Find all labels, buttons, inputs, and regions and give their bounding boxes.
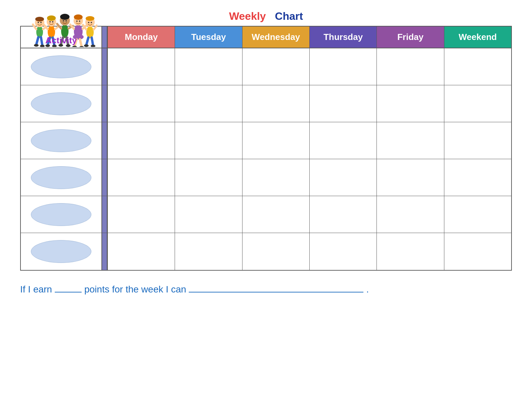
data-cell-3-thu	[309, 122, 376, 159]
svg-point-2	[35, 17, 44, 21]
data-cell-3-fri	[376, 122, 444, 159]
activity-oval-4	[31, 166, 91, 189]
footer-sentence: If I earn points for the week I can .	[20, 284, 512, 295]
activity-label: Activity	[45, 35, 77, 46]
header-wednesday: Wednesday	[242, 27, 309, 48]
svg-point-55	[91, 22, 92, 23]
data-cell-3-wknd	[444, 122, 511, 159]
svg-point-31	[63, 20, 64, 21]
data-cell-3-wed	[242, 122, 309, 159]
data-cell-4-thu	[309, 159, 376, 196]
header-friday: Friday	[376, 27, 444, 48]
activity-cell-1	[21, 48, 101, 85]
title-area: Weekly Chart	[20, 10, 512, 22]
svg-point-36	[74, 14, 83, 20]
activity-cell-2	[21, 85, 101, 122]
data-cell-2-wknd	[444, 85, 511, 122]
table-row	[21, 85, 511, 122]
footer-dot: .	[366, 284, 369, 295]
activity-oval-1	[31, 55, 91, 78]
data-cell-5-wknd	[444, 196, 511, 233]
chart-header: Activity Monday Tuesday Wednesday Thursd…	[21, 27, 511, 48]
data-cell-6-fri	[376, 233, 444, 270]
header-monday: Monday	[107, 27, 175, 48]
activity-cell-4	[21, 159, 101, 196]
data-cell-5-mon	[107, 196, 175, 233]
page-title: Weekly Chart	[229, 10, 303, 22]
data-cell-4-tue	[175, 159, 242, 196]
separator-header	[101, 27, 107, 48]
data-cell-3-mon	[107, 122, 175, 159]
data-cell-6-tue	[175, 233, 242, 270]
header-thursday: Thursday	[309, 27, 376, 48]
data-cell-6-wed	[242, 233, 309, 270]
activity-header-cell: Activity	[21, 27, 101, 48]
activity-oval-6	[31, 240, 91, 263]
svg-point-54	[88, 22, 89, 23]
data-cell-1-tue	[175, 48, 242, 85]
data-cell-5-tue	[175, 196, 242, 233]
activity-cell-5	[21, 196, 101, 233]
data-cell-6-thu	[309, 233, 376, 270]
svg-point-20	[49, 21, 51, 22]
data-cell-2-fri	[376, 85, 444, 122]
data-cell-6-mon	[107, 233, 175, 270]
footer-blank-points[interactable]	[55, 292, 82, 292]
footer-text-1: If I earn	[20, 284, 52, 295]
weekly-chart: Activity Monday Tuesday Wednesday Thursd…	[20, 26, 512, 271]
svg-point-32	[65, 20, 67, 21]
svg-point-24	[60, 14, 70, 20]
separator-row-1	[101, 48, 107, 85]
data-cell-1-thu	[309, 48, 376, 85]
activity-oval-2	[31, 92, 91, 115]
data-cell-1-wknd	[444, 48, 511, 85]
footer-blank-reward[interactable]	[189, 292, 363, 292]
header-tuesday: Tuesday	[175, 27, 242, 48]
title-weekly: Weekly	[229, 10, 266, 22]
data-cell-5-wed	[242, 196, 309, 233]
data-cell-3-tue	[175, 122, 242, 159]
data-cell-2-mon	[107, 85, 175, 122]
svg-point-43	[76, 20, 78, 22]
activity-cell-6	[21, 233, 101, 270]
data-cell-1-wed	[242, 48, 309, 85]
svg-point-44	[79, 20, 80, 22]
data-cell-4-fri	[376, 159, 444, 196]
svg-point-13	[47, 15, 56, 21]
activity-oval-3	[31, 129, 91, 152]
separator-row-2	[101, 85, 107, 122]
activity-oval-5	[31, 203, 91, 226]
data-cell-4-mon	[107, 159, 175, 196]
title-chart: Chart	[275, 10, 303, 22]
table-row	[21, 233, 511, 270]
data-cell-2-wed	[242, 85, 309, 122]
activity-cell-3	[21, 122, 101, 159]
separator-row-6	[101, 233, 107, 270]
data-cell-5-fri	[376, 196, 444, 233]
data-cell-4-wed	[242, 159, 309, 196]
separator-row-5	[101, 196, 107, 233]
svg-point-10	[40, 22, 42, 23]
table-row	[21, 196, 511, 233]
data-cell-2-tue	[175, 85, 242, 122]
table-row	[21, 122, 511, 159]
header-weekend: Weekend	[444, 27, 511, 48]
data-cell-2-thu	[309, 85, 376, 122]
svg-point-9	[38, 22, 39, 23]
separator-row-3	[101, 122, 107, 159]
data-cell-5-thu	[309, 196, 376, 233]
data-cell-1-mon	[107, 48, 175, 85]
data-cell-1-fri	[376, 48, 444, 85]
data-cell-4-wknd	[444, 159, 511, 196]
svg-point-47	[86, 16, 94, 21]
svg-point-21	[52, 21, 53, 22]
data-cell-6-wknd	[444, 233, 511, 270]
separator-row-4	[101, 159, 107, 196]
footer-text-2: points for the week I can	[84, 284, 186, 295]
table-row	[21, 48, 511, 85]
table-row	[21, 159, 511, 196]
